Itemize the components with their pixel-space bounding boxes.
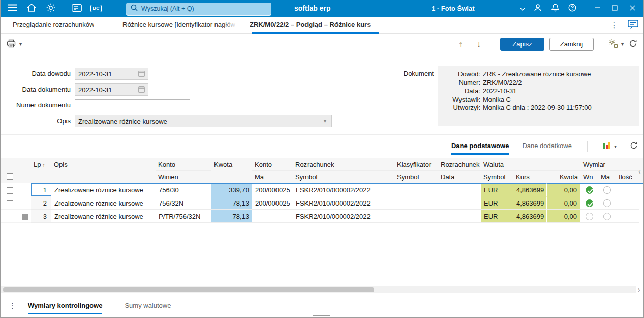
cell-rozrachunek-data[interactable] [438,196,481,210]
subheader-data[interactable]: Data [438,170,481,183]
settings-button[interactable] [41,0,60,17]
close-button[interactable] [624,0,641,17]
numer-dokumentu-input[interactable] [75,99,190,111]
col-header-lp[interactable]: Lp↑ [31,158,51,183]
expand-panel-icon[interactable]: › [638,286,640,293]
chart-dropdown-icon[interactable]: ▾ [614,144,617,149]
cell-ilosc[interactable] [616,196,639,210]
col-header-rozrachunek-data[interactable]: Rozrachunek [438,158,481,170]
cell-lp[interactable]: 3 [31,210,51,223]
subheader-kurs[interactable]: Kurs [513,170,547,183]
ma-indicator[interactable] [603,199,611,207]
subheader-wymiar-ma[interactable]: Ma [598,170,616,183]
select-all-checkbox[interactable] [7,173,13,180]
chart-menu-button[interactable]: ▾ [603,142,617,151]
cell-waluta-symbol[interactable]: EUR [481,183,513,196]
cell-waluta-kwota[interactable]: 0,00 [547,183,580,196]
refresh-button[interactable] [629,39,637,49]
tab-roznice-kursowe[interactable]: Różnice kursowe [Identyfikator nagłów [122,17,237,34]
cell-kurs[interactable]: 4,863699 [513,196,547,210]
previous-record-button[interactable]: ↑ [454,40,467,49]
tab-overflow-button[interactable]: ⋮ [608,17,620,34]
cell-klasyfikator[interactable] [394,183,438,196]
grid-refresh-button[interactable] [630,141,638,151]
col-header-kwota[interactable]: Kwota [211,158,252,183]
cell-ilosc[interactable] [616,183,639,196]
subheader-ilosc[interactable]: Ilość [616,170,639,183]
feedback-button[interactable] [626,19,640,32]
minimize-button[interactable] [588,0,606,17]
cell-rozrachunek-symbol[interactable]: FSKR2/010/000002/2022 [293,196,394,210]
cell-lp[interactable]: 1 [31,183,51,196]
col-header-rozrachunek-symbol[interactable]: Rozrachunek [293,158,394,170]
cell-kwota[interactable]: 78,13 [211,210,252,223]
horizontal-scrollbar[interactable] [1,286,636,293]
tab-sumy-walutowe[interactable]: Sumy walutowe [125,294,171,318]
catalog-button[interactable] [67,0,86,17]
collapse-panel-icon[interactable]: ‹ [638,168,641,175]
process-menu-button[interactable]: ▾ [608,39,624,50]
process-dropdown-icon[interactable]: ▾ [621,42,624,47]
splitter-grip[interactable] [313,314,330,317]
grid-row-2[interactable]: 2 Zrealizowane różnice kursowe 756/32N 7… [1,196,644,210]
subheader-ma[interactable]: Ma [252,170,293,183]
scrollbar-thumb[interactable] [3,287,374,292]
cell-opis[interactable]: Zrealizowane różnice kursowe [51,196,156,210]
user-button[interactable] [529,0,546,17]
data-dowodu-input[interactable] [75,68,148,80]
cell-konto-winien[interactable]: 756/32N [156,196,211,210]
cell-kwota[interactable]: 78,13 [211,196,252,210]
cell-rozrachunek-symbol[interactable]: FSKR2/010/000002/2022 [293,210,394,223]
row-checkbox[interactable] [7,214,13,220]
subheader-symbol[interactable]: Symbol [394,170,438,183]
maximize-button[interactable] [606,0,624,17]
cell-konto-ma[interactable]: 200/000025 [252,183,293,196]
cell-waluta-symbol[interactable]: EUR [481,196,513,210]
ma-indicator[interactable] [603,213,611,220]
next-record-button[interactable]: ↓ [472,40,485,49]
cell-kurs[interactable]: 4,863699 [513,210,547,223]
wn-indicator[interactable] [586,213,593,220]
tab-dane-podstawowe[interactable]: Dane podstawowe [451,135,509,158]
subheader-winien[interactable]: Winien [156,170,211,183]
ma-indicator[interactable] [603,186,611,194]
tab-wymiary-kontrolingowe[interactable]: Wymiary kontrolingowe [28,294,102,318]
company-selector[interactable]: 1 - Foto Świat [432,0,529,17]
menu-button[interactable] [3,0,22,17]
subheader-waluta-symbol[interactable]: Symbol [481,170,513,183]
wn-indicator[interactable] [586,199,593,207]
save-button[interactable]: Zapisz [500,38,544,51]
col-header-klasyfikator[interactable]: Klasyfikator [394,158,438,170]
col-header-konto-winien[interactable]: Konto [156,158,211,170]
cell-waluta-kwota[interactable]: 0,00 [547,196,580,210]
cell-rozrachunek-data[interactable] [438,210,481,223]
cell-konto-winien[interactable]: P/TR/756/32N [156,210,211,223]
bc-module-button[interactable]: BC [86,0,106,17]
notifications-button[interactable] [546,0,564,17]
grid-row-3[interactable]: 3 Zrealizowane różnice kursowe P/TR/756/… [1,210,644,223]
subheader-symbol[interactable]: Symbol [293,170,394,183]
cell-rozrachunek-data[interactable] [438,183,481,196]
subheader-waluta-kwota[interactable]: Kwota [547,170,580,183]
cell-kwota[interactable]: 339,70 [211,183,252,196]
cell-ilosc[interactable] [616,210,639,223]
subheader-wn[interactable]: Wn [580,170,598,183]
col-header-konto-ma[interactable]: Konto [252,158,293,170]
grid-row-1[interactable]: 1 Zrealizowane różnice kursowe 756/30 33… [1,183,644,196]
cell-lp[interactable]: 2 [31,196,51,210]
search-input[interactable]: Wyszukaj (Alt + Q) [126,3,271,15]
wn-indicator[interactable] [586,186,593,194]
print-dropdown-icon[interactable]: ▾ [19,42,22,47]
row-checkbox[interactable] [7,200,13,207]
data-dokumentu-input[interactable] [75,83,148,96]
cell-rozrachunek-symbol[interactable]: FSKR2/010/000002/2022 [293,183,394,196]
cell-klasyfikator[interactable] [394,196,438,210]
cell-opis[interactable]: Zrealizowane różnice kursowe [51,210,156,223]
cell-konto-ma[interactable]: 200/000025 [252,196,293,210]
help-button[interactable] [564,0,581,17]
row-checkbox[interactable] [7,187,13,194]
bottom-menu-button[interactable]: ⋮ [9,301,22,310]
tab-przegladanie-rozrachunkow[interactable]: Przeglądanie rozrachunków [13,17,94,34]
cell-konto-ma[interactable] [252,210,293,223]
col-header-opis[interactable]: Opis [51,158,156,183]
